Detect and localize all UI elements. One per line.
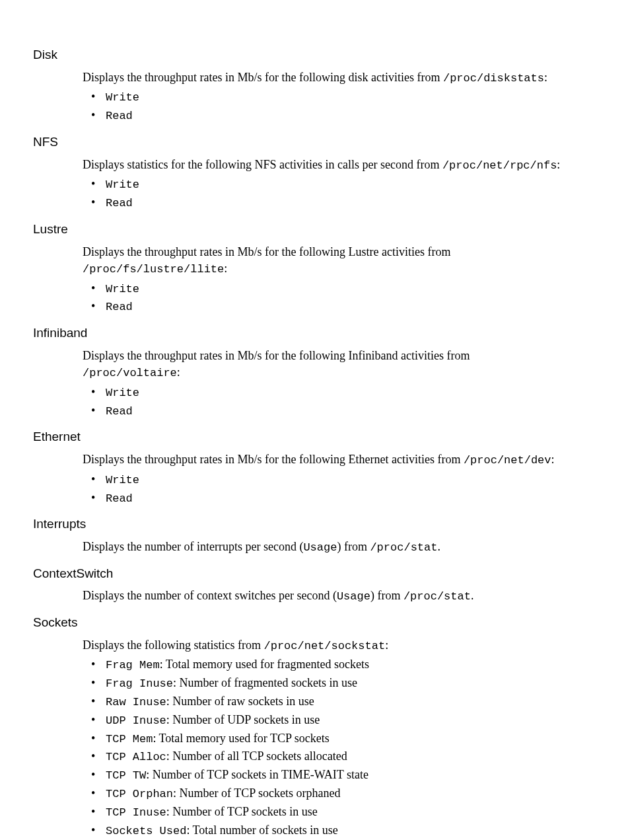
- list-item: TCP Inuse: Number of TCP sockets in use: [83, 804, 597, 821]
- nfs-description: Displays statistics for the following NF…: [83, 157, 597, 174]
- section-body-disk: Displays the throughput rates in Mb/s fo…: [83, 69, 597, 124]
- list-item: TCP Orphan: Number of TCP sockets orphan…: [83, 785, 597, 802]
- bullet-text: : Number of TCP sockets in TIME-WAIT sta…: [146, 768, 368, 781]
- list-item: Write: [83, 280, 597, 297]
- list-item: Sockets Used: Total number of sockets in…: [83, 822, 597, 839]
- bullet-label: Sockets Used: [106, 825, 186, 837]
- list-item: Frag Mem: Total memory used for fragment…: [83, 656, 597, 673]
- sockets-bullets: Frag Mem: Total memory used for fragment…: [83, 656, 597, 839]
- section-body-contextswitch: Displays the number of context switches …: [83, 588, 597, 605]
- infiniband-desc-pre: Displays the throughput rates in Mb/s fo…: [83, 349, 470, 362]
- list-item: Write: [83, 176, 597, 193]
- section-heading-infiniband: Infiniband: [33, 325, 597, 342]
- sockets-path: /proc/net/sockstat: [263, 640, 385, 652]
- bullet-label: Write: [106, 178, 139, 191]
- lustre-desc-pre: Displays the throughput rates in Mb/s fo…: [83, 245, 450, 258]
- bullet-label: Write: [106, 283, 139, 295]
- section-heading-ethernet: Ethernet: [33, 428, 597, 446]
- bullet-text: : Total memory used for fragmented socke…: [160, 658, 369, 671]
- bullet-label: TCP Inuse: [106, 806, 166, 819]
- list-item: Read: [83, 298, 597, 315]
- disk-bullets: Write Read: [83, 89, 597, 124]
- list-item: Frag Inuse: Number of fragmented sockets…: [83, 675, 597, 692]
- contextswitch-desc-post: .: [471, 589, 474, 602]
- sockets-desc-post: :: [385, 638, 388, 652]
- contextswitch-description: Displays the number of context switches …: [83, 588, 597, 605]
- section-body-interrupts: Displays the number of interrupts per se…: [83, 539, 597, 556]
- ethernet-desc-post: :: [551, 453, 555, 466]
- nfs-path: /proc/net/rpc/nfs: [442, 159, 557, 172]
- disk-description: Displays the throughput rates in Mb/s fo…: [83, 69, 597, 87]
- section-heading-nfs: NFS: [33, 134, 597, 151]
- list-item: Raw Inuse: Number of raw sockets in use: [83, 693, 597, 710]
- infiniband-description: Displays the throughput rates in Mb/s fo…: [83, 348, 597, 381]
- sockets-desc-pre: Displays the following statistics from: [83, 638, 263, 652]
- list-item: Read: [83, 402, 597, 420]
- bullet-label: Write: [106, 91, 139, 104]
- bullet-label: Read: [106, 405, 133, 418]
- nfs-desc-post: :: [557, 158, 560, 171]
- bullet-label: Frag Mem: [106, 659, 160, 671]
- lustre-desc-post: :: [224, 262, 227, 275]
- interrupts-usage: Usage: [303, 541, 337, 554]
- nfs-desc-pre: Displays statistics for the following NF…: [83, 158, 442, 171]
- bullet-text: : Number of TCP sockets in use: [166, 805, 318, 818]
- bullet-label: Raw Inuse: [106, 696, 166, 708]
- disk-desc-post: :: [544, 71, 547, 84]
- list-item: UDP Inuse: Number of UDP sockets in use: [83, 712, 597, 729]
- bullet-label: Write: [106, 474, 139, 486]
- section-heading-interrupts: Interrupts: [33, 515, 597, 533]
- bullet-label: Write: [106, 387, 139, 399]
- bullet-text: : Total memory used for TCP sockets: [153, 732, 329, 745]
- contextswitch-desc-mid: ) from: [370, 589, 403, 602]
- bullet-label: Read: [106, 110, 133, 122]
- ethernet-description: Displays the throughput rates in Mb/s fo…: [83, 451, 597, 469]
- bullet-label: TCP Orphan: [106, 788, 173, 800]
- lustre-description: Displays the throughput rates in Mb/s fo…: [83, 244, 597, 278]
- section-body-nfs: Displays statistics for the following NF…: [83, 157, 597, 211]
- infiniband-desc-post: :: [177, 365, 180, 379]
- disk-path: /proc/diskstats: [443, 72, 544, 85]
- contextswitch-path: /proc/stat: [403, 590, 471, 603]
- sockets-description: Displays the following statistics from /…: [83, 637, 597, 654]
- bullet-text: : Number of all TCP sockets allocated: [166, 749, 347, 763]
- infiniband-bullets: Write Read: [83, 384, 597, 420]
- infiniband-path: /proc/voltaire: [83, 367, 177, 379]
- bullet-text: : Number of raw sockets in use: [166, 695, 314, 708]
- nfs-bullets: Write Read: [83, 176, 597, 211]
- bullet-text: : Number of fragmented sockets in use: [173, 676, 357, 689]
- ethernet-path: /proc/net/dev: [464, 454, 551, 467]
- section-heading-contextswitch: ContextSwitch: [33, 565, 597, 583]
- interrupts-desc-mid: ) from: [337, 540, 370, 553]
- section-body-ethernet: Displays the throughput rates in Mb/s fo…: [83, 451, 597, 506]
- disk-desc-pre: Displays the throughput rates in Mb/s fo…: [83, 71, 443, 84]
- interrupts-path: /proc/stat: [370, 541, 437, 554]
- bullet-label: UDP Inuse: [106, 714, 166, 727]
- ethernet-bullets: Write Read: [83, 471, 597, 507]
- bullet-label: TCP TW: [106, 769, 146, 782]
- section-body-lustre: Displays the throughput rates in Mb/s fo…: [83, 244, 597, 316]
- bullet-text: : Number of TCP sockets orphaned: [173, 786, 340, 800]
- list-item: Read: [83, 194, 597, 211]
- list-item: Read: [83, 107, 597, 124]
- lustre-path: /proc/fs/lustre/llite: [83, 263, 224, 276]
- list-item: TCP Alloc: Number of all TCP sockets all…: [83, 748, 597, 765]
- section-body-sockets: Displays the following statistics from /…: [83, 637, 597, 839]
- interrupts-desc-pre: Displays the number of interrupts per se…: [83, 540, 303, 553]
- interrupts-description: Displays the number of interrupts per se…: [83, 539, 597, 556]
- bullet-label: Read: [106, 197, 133, 210]
- bullet-text: : Total number of sockets in use: [186, 823, 337, 837]
- list-item: TCP TW: Number of TCP sockets in TIME-WA…: [83, 767, 597, 784]
- section-heading-sockets: Sockets: [33, 614, 597, 632]
- list-item: Write: [83, 384, 597, 401]
- section-heading-lustre: Lustre: [33, 221, 597, 239]
- section-body-infiniband: Displays the throughput rates in Mb/s fo…: [83, 348, 597, 420]
- bullet-label: TCP Mem: [106, 733, 153, 745]
- list-item: Write: [83, 471, 597, 488]
- ethernet-desc-pre: Displays the throughput rates in Mb/s fo…: [83, 453, 464, 466]
- bullet-text: : Number of UDP sockets in use: [166, 713, 320, 726]
- list-item: Read: [83, 490, 597, 507]
- interrupts-desc-post: .: [437, 540, 440, 553]
- bullet-label: Frag Inuse: [106, 677, 173, 690]
- contextswitch-usage: Usage: [337, 590, 370, 603]
